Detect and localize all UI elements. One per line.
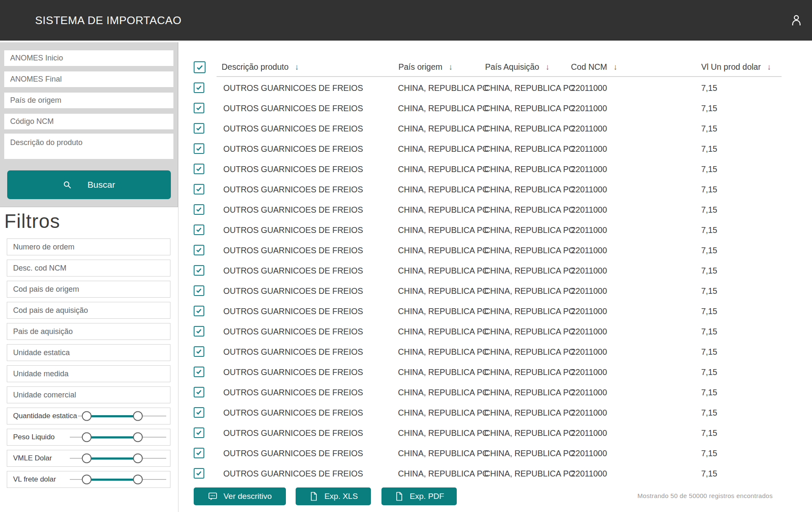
row-checkbox[interactable] [194, 285, 204, 296]
row-checkbox[interactable] [194, 184, 204, 194]
row-checkbox[interactable] [194, 306, 204, 316]
table-row: OUTROS GUARNICOES DE FREIOS CHINA, REPUB… [0, 382, 812, 402]
anomes-inicio-input[interactable] [4, 50, 173, 66]
sort-descending-icon[interactable]: ↓ [449, 63, 453, 72]
select-all-checkbox[interactable] [194, 61, 206, 73]
cell-descricao-produto: OUTROS GUARNICOES DE FREIOS [223, 205, 363, 215]
cell-pais-aquisicao: CHINA, REPUBLICA PC [484, 205, 574, 215]
table-row: OUTROS GUARNICOES DE FREIOS CHINA, REPUB… [0, 78, 812, 98]
export-xls-button[interactable]: Exp. XLS [296, 487, 371, 505]
cell-descricao-produto: OUTROS GUARNICOES DE FREIOS [223, 449, 363, 458]
slider-handle-max[interactable] [133, 454, 143, 463]
cell-descricao-produto: OUTROS GUARNICOES DE FREIOS [223, 225, 363, 235]
row-checkbox[interactable] [194, 164, 204, 174]
row-checkbox[interactable] [194, 204, 204, 215]
cell-pais-aquisicao: CHINA, REPUBLICA PC [484, 83, 574, 93]
slider-label: VL frete dolar [13, 475, 57, 484]
cell-descricao-produto: OUTROS GUARNICOES DE FREIOS [223, 104, 363, 113]
cell-pais-origem: CHINA, REPUBLICA PC [398, 367, 488, 377]
cell-pais-aquisicao: CHINA, REPUBLICA PC [484, 104, 574, 113]
column-header-pais-origem[interactable]: País origem ↓ [398, 62, 453, 72]
cell-cod-ncm: 22011000 [571, 469, 607, 479]
cell-pais-origem: CHINA, REPUBLICA PC [398, 164, 488, 174]
cell-pais-origem: CHINA, REPUBLICA PC [398, 225, 488, 235]
column-header-cod-ncm[interactable]: Cod NCM ↓ [571, 62, 617, 72]
export-pdf-button[interactable]: Exp. PDF [381, 487, 457, 505]
cell-cod-ncm: 22011000 [571, 144, 607, 154]
slider-handle-min[interactable] [82, 433, 92, 442]
cell-pais-origem: CHINA, REPUBLICA PC [398, 144, 488, 154]
cell-descricao-produto: OUTROS GUARNICOES DE FREIOS [223, 307, 363, 316]
row-checkbox[interactable] [194, 387, 204, 397]
ver-descritivo-button[interactable]: Ver descritivo [194, 487, 286, 505]
row-checkbox[interactable] [194, 82, 204, 93]
slider-label: Peso Liquido [13, 433, 55, 441]
user-account-icon[interactable] [789, 13, 804, 27]
sort-descending-icon[interactable]: ↓ [546, 63, 550, 72]
slider-handle-max[interactable] [133, 433, 143, 442]
table-row: OUTROS GUARNICOES DE FREIOS CHINA, REPUB… [0, 281, 812, 301]
slider-handle-max[interactable] [133, 475, 143, 485]
row-checkbox[interactable] [194, 468, 204, 479]
row-checkbox[interactable] [194, 143, 204, 154]
sort-descending-icon[interactable]: ↓ [295, 63, 299, 72]
sort-descending-icon[interactable]: ↓ [767, 63, 771, 72]
cell-cod-ncm: 22011000 [571, 388, 607, 397]
results-count-status: Mostrando 50 de 50000 registros encontra… [637, 492, 773, 499]
slider-handle-min[interactable] [82, 475, 92, 485]
slider-handle-min[interactable] [82, 454, 92, 463]
cell-descricao-produto: OUTROS GUARNICOES DE FREIOS [223, 266, 363, 276]
row-checkbox[interactable] [194, 123, 204, 134]
row-checkbox[interactable] [194, 346, 204, 357]
table-header-divider [217, 76, 782, 77]
cell-cod-ncm: 22011000 [571, 307, 607, 316]
sort-descending-icon[interactable]: ↓ [614, 63, 618, 72]
slider-selected-range [87, 415, 138, 417]
row-checkbox[interactable] [194, 407, 204, 418]
row-checkbox[interactable] [194, 427, 204, 438]
cell-vl-un-prod-dolar: 7,15 [701, 144, 717, 154]
file-icon [394, 491, 404, 501]
cell-pais-origem: CHINA, REPUBLICA PC [398, 469, 488, 479]
row-checkbox[interactable] [194, 103, 204, 113]
cell-pais-aquisicao: CHINA, REPUBLICA PC [484, 124, 574, 134]
cell-descricao-produto: OUTROS GUARNICOES DE FREIOS [223, 388, 363, 397]
row-checkbox[interactable] [194, 265, 204, 276]
cell-vl-un-prod-dolar: 7,15 [701, 104, 717, 113]
cell-cod-ncm: 22011000 [571, 428, 607, 438]
row-checkbox[interactable] [194, 245, 204, 255]
column-header-pais-aquisicao[interactable]: País Aquisição ↓ [485, 62, 549, 72]
cell-vl-un-prod-dolar: 7,15 [701, 205, 717, 215]
cell-vl-un-prod-dolar: 7,15 [701, 327, 717, 337]
cell-descricao-produto: OUTROS GUARNICOES DE FREIOS [223, 428, 363, 438]
cell-descricao-produto: OUTROS GUARNICOES DE FREIOS [223, 347, 363, 357]
slider-handle-min[interactable] [82, 411, 92, 421]
cell-descricao-produto: OUTROS GUARNICOES DE FREIOS [223, 246, 363, 255]
row-checkbox[interactable] [194, 225, 204, 235]
export-pdf-label: Exp. PDF [410, 492, 444, 501]
cell-pais-origem: CHINA, REPUBLICA PC [398, 104, 488, 113]
cell-pais-origem: CHINA, REPUBLICA PC [398, 449, 488, 458]
column-header-descricao-produto[interactable]: Descrição produto ↓ [222, 62, 299, 72]
comment-bubble-icon [208, 491, 218, 501]
cell-descricao-produto: OUTROS GUARNICOES DE FREIOS [223, 124, 363, 134]
table-row: OUTROS GUARNICOES DE FREIOS CHINA, REPUB… [0, 321, 812, 342]
table-row: OUTROS GUARNICOES DE FREIOS CHINA, REPUB… [0, 362, 812, 382]
cell-pais-origem: CHINA, REPUBLICA PC [398, 205, 488, 215]
cell-vl-un-prod-dolar: 7,15 [701, 428, 717, 438]
cell-cod-ncm: 22011000 [571, 185, 607, 194]
column-label: País Aquisição [485, 62, 539, 72]
slider-handle-max[interactable] [133, 411, 143, 421]
cell-cod-ncm: 22011000 [571, 449, 607, 458]
column-label: País origem [398, 62, 442, 72]
app-header: SISTEMA DE IMPORTACAO [0, 0, 812, 41]
row-checkbox[interactable] [194, 326, 204, 337]
row-checkbox[interactable] [194, 448, 204, 458]
cell-pais-aquisicao: CHINA, REPUBLICA PC [484, 408, 574, 418]
column-header-vl-un-prod-dolar[interactable]: Vl Un prod dolar ↓ [701, 62, 771, 72]
cell-vl-un-prod-dolar: 7,15 [701, 347, 717, 357]
table-row: OUTROS GUARNICOES DE FREIOS CHINA, REPUB… [0, 301, 812, 321]
row-checkbox[interactable] [194, 367, 204, 377]
cell-descricao-produto: OUTROS GUARNICOES DE FREIOS [223, 408, 363, 418]
table-row: OUTROS GUARNICOES DE FREIOS CHINA, REPUB… [0, 179, 812, 200]
